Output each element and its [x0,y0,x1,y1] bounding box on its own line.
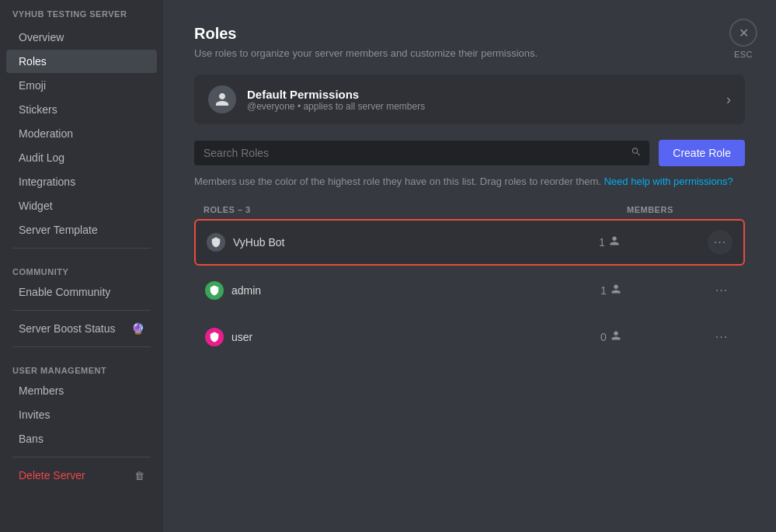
search-create-row: Create Role [194,140,745,166]
member-icon [609,235,620,249]
dp-left: Default Permissions @everyone • applies … [208,85,425,113]
role-more-button-vyhub-bot[interactable]: ··· [708,230,733,255]
user-management-label: USER MANAGEMENT [0,353,163,378]
boost-icon: 🔮 [131,322,144,335]
search-roles-input[interactable] [194,141,649,165]
roles-col-header: ROLES – 3 [204,205,627,214]
default-permissions-row[interactable]: Default Permissions @everyone • applies … [194,75,745,124]
server-name: VYHUB TESTING SERVER [0,0,163,25]
chevron-right-icon: › [726,92,731,108]
role-more-button-user[interactable]: ··· [709,325,734,349]
divider-delete [12,457,151,457]
community-section-label: COMMUNITY [0,255,163,280]
dp-sub: @everyone • applies to all server member… [247,101,425,112]
divider-usermgmt [12,346,151,347]
members-col-header: MEMBERS [627,205,736,214]
create-role-button[interactable]: Create Role [659,140,745,166]
page-subtitle: Use roles to organize your server member… [194,47,745,59]
sidebar-item-integrations[interactable]: Integrations [6,170,157,193]
main-content: ✕ ESC Roles Use roles to organize your s… [163,0,776,532]
sidebar-item-members[interactable]: Members [6,379,157,402]
sidebar: VYHUB TESTING SERVER Overview Roles Emoj… [0,0,163,532]
role-name-admin: admin [231,284,600,297]
page-title: Roles [194,25,745,43]
sidebar-item-widget[interactable]: Widget [6,194,157,217]
close-icon[interactable]: ✕ [729,19,757,47]
permissions-help-link[interactable]: Need help with permissions? [604,176,733,187]
role-name-vyhub-bot: VyHub Bot [233,236,599,249]
role-name-user: user [231,331,600,343]
trash-icon: 🗑 [134,470,144,482]
role-row-vyhub-bot[interactable]: VyHub Bot 1 ··· [194,219,745,266]
sidebar-item-delete-server[interactable]: Delete Server 🗑 [6,464,157,487]
divider-boost [12,310,151,311]
role-row-user[interactable]: user 0 ··· [194,315,745,359]
role-row-admin[interactable]: admin 1 ··· [194,269,745,312]
sidebar-item-stickers[interactable]: Stickers [6,98,157,121]
sidebar-item-roles[interactable]: Roles [6,50,157,73]
esc-button[interactable]: ✕ ESC [729,19,757,59]
dp-text: Default Permissions @everyone • applies … [247,88,425,112]
esc-label: ESC [734,50,753,59]
sidebar-item-bans[interactable]: Bans [6,427,157,450]
sidebar-item-server-template[interactable]: Server Template [6,218,157,242]
sidebar-item-invites[interactable]: Invites [6,403,157,426]
dp-name: Default Permissions [247,88,425,101]
role-more-button-admin[interactable]: ··· [709,278,734,303]
role-icon-user [205,328,224,346]
dp-avatar [208,85,236,113]
search-wrapper [194,141,649,165]
divider-community [12,248,151,249]
role-members-user: 0 [600,330,709,343]
sidebar-item-moderation[interactable]: Moderation [6,122,157,145]
help-text: Members use the color of the highest rol… [194,174,745,190]
role-icon-admin [205,281,224,300]
roles-table-header: ROLES – 3 MEMBERS [194,205,745,219]
sidebar-item-enable-community[interactable]: Enable Community [6,280,157,304]
role-members-admin: 1 [600,283,709,297]
sidebar-item-audit-log[interactable]: Audit Log [6,146,157,169]
sidebar-item-server-boost[interactable]: Server Boost Status 🔮 [6,317,157,340]
sidebar-item-overview[interactable]: Overview [6,26,157,49]
role-members-vyhub-bot: 1 [599,235,708,249]
role-icon-vyhub-bot [207,233,225,252]
member-icon [611,283,621,297]
member-icon [611,330,621,343]
sidebar-item-emoji[interactable]: Emoji [6,74,157,97]
